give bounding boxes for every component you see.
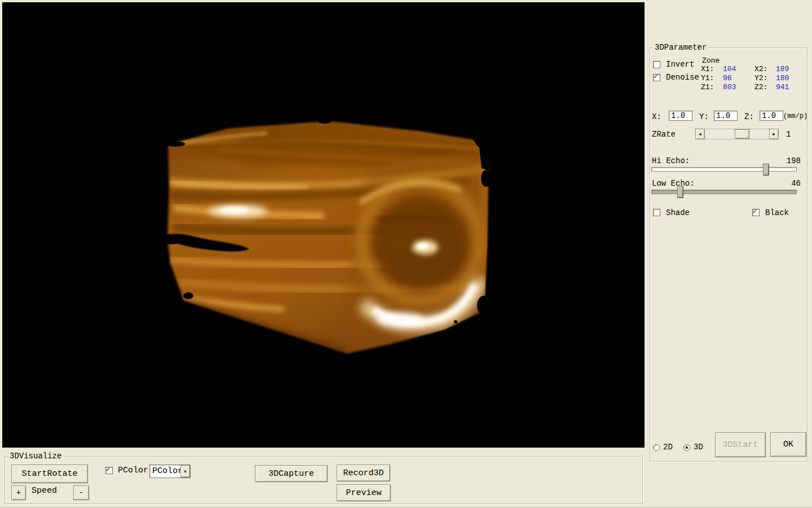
pcolor-dropdown-value: PColor [150, 465, 180, 478]
z-scale-label: Z: [744, 112, 754, 121]
render-viewport[interactable] [2, 2, 645, 448]
preview-button[interactable]: Preview [337, 484, 391, 501]
hi-echo-slider-thumb[interactable] [763, 164, 769, 176]
hi-echo-value: 198 [782, 156, 801, 165]
start-rotate-button[interactable]: StartRotate [11, 465, 88, 483]
low-echo-slider-track[interactable] [651, 190, 797, 194]
low-echo-label: Low Echo: [652, 179, 695, 188]
arrow-left-icon[interactable]: ◀ [695, 129, 705, 139]
zone-y1-value: 96 [723, 74, 732, 83]
shade-label: Shade [666, 208, 690, 217]
invert-label: Invert [666, 60, 694, 69]
scale-unit-label: (mm/p) [783, 112, 807, 121]
denoise-label: Denoise [666, 73, 699, 82]
volume-right-face-ring [348, 150, 488, 351]
hi-echo-slider-track[interactable] [651, 167, 797, 172]
ok-button[interactable]: OK [770, 432, 806, 457]
y-scale-label: Y: [699, 112, 709, 121]
zone-x2-value: 189 [776, 65, 789, 74]
low-echo-slider-thumb[interactable] [677, 186, 683, 198]
mode-2d-label: 2D [663, 443, 673, 452]
zone-y2-label: Y2: [754, 74, 767, 83]
arrow-right-icon[interactable]: ▶ [769, 129, 779, 139]
zrate-scrollbar[interactable]: ◀ ▶ [695, 129, 779, 139]
record-3d-button[interactable]: Record3D [337, 465, 390, 481]
zone-z2-label: Z2: [754, 83, 767, 92]
black-checkbox[interactable]: ✓ [752, 209, 760, 216]
ultrasound-volume-render [2, 2, 645, 448]
checkmark-icon: ✓ [654, 73, 657, 81]
zone-x1-label: X1: [701, 65, 714, 74]
zone-z1-value: 803 [723, 83, 736, 92]
pcolor-dropdown[interactable]: PColor ▼ [149, 465, 191, 478]
zone-y2-value: 180 [776, 74, 789, 83]
zone-z2-value: 941 [776, 83, 789, 92]
visualize-group-title: 3DVisualize [8, 452, 63, 461]
y-scale-input[interactable] [714, 111, 738, 121]
invert-checkbox[interactable]: ✓ [653, 61, 660, 68]
black-label: Black [765, 208, 789, 217]
zrate-scrollbar-track[interactable] [705, 129, 769, 139]
shade-checkbox[interactable]: ✓ [653, 209, 660, 216]
x-scale-label: X: [652, 112, 661, 121]
speed-label: Speed [32, 487, 57, 496]
zrate-label: ZRate [652, 130, 676, 139]
mode-3d-radio[interactable] [683, 444, 690, 451]
pcolor-checkbox[interactable]: ✓ [105, 467, 113, 474]
z-scale-input[interactable] [760, 111, 783, 121]
zone-title: Zone [702, 56, 720, 65]
pcolor-label: PColor [118, 466, 148, 475]
arrow-down-icon[interactable]: ▼ [180, 465, 190, 478]
x-scale-input[interactable] [669, 111, 692, 121]
app-window: 3DParameter ✓ Invert ✓ Denoise Zone X1: … [0, 0, 812, 508]
zrate-scrollbar-thumb[interactable] [735, 129, 749, 139]
parameter-group-title: 3DParameter [653, 43, 708, 52]
start3d-button[interactable]: 3DStart [715, 432, 766, 457]
mode-3d-label: 3D [694, 443, 703, 452]
checkmark-icon: ✓ [753, 208, 757, 216]
zrate-value: 1 [786, 130, 791, 139]
parameter-group-box: 3DParameter [650, 47, 807, 462]
speed-minus-button[interactable]: - [73, 485, 89, 500]
zone-x1-value: 104 [723, 65, 736, 74]
zone-z1-label: Z1: [701, 83, 714, 92]
denoise-checkbox[interactable]: ✓ [653, 74, 660, 81]
low-echo-value: 46 [782, 179, 801, 188]
capture-3d-button[interactable]: 3DCapture [255, 465, 328, 482]
mode-2d-radio[interactable] [653, 444, 660, 451]
checkmark-icon: ✓ [106, 466, 110, 474]
zone-y1-label: Y1: [701, 74, 714, 83]
zone-x2-label: X2: [754, 65, 767, 74]
hi-echo-label: Hi Echo: [652, 156, 690, 165]
speed-plus-button[interactable]: + [11, 485, 26, 500]
